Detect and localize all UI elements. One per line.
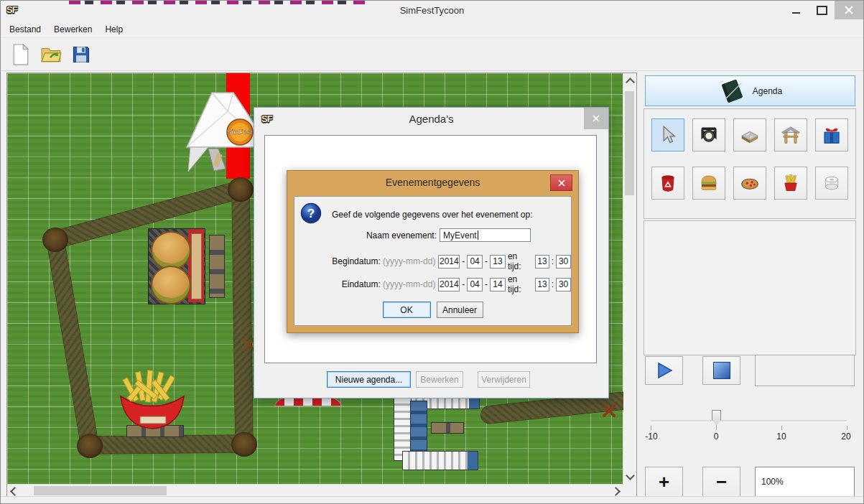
agendas-close-button[interactable] <box>584 108 608 129</box>
tool-fries-button[interactable] <box>774 167 807 200</box>
slider-label: -10 <box>645 431 657 442</box>
windmill-marker[interactable] <box>600 402 618 419</box>
notebook-icon <box>718 80 745 103</box>
speed-slider-thumb[interactable] <box>712 410 721 426</box>
slider-tick <box>847 426 847 430</box>
bench[interactable] <box>209 235 225 298</box>
close-button[interactable] <box>835 1 863 19</box>
agenda-button-label: Agenda <box>753 86 782 96</box>
app-window: SF SimFestTycoon Bestand Bewerken Help <box>0 0 864 504</box>
grandstand-cap <box>468 452 478 470</box>
item-list-panel[interactable] <box>644 220 856 355</box>
tent-logo-text: SimFest <box>227 129 252 136</box>
stop-button[interactable] <box>702 356 740 385</box>
tool-toilet-paper-button[interactable] <box>815 167 848 200</box>
vertical-scroll-thumb[interactable] <box>625 91 634 195</box>
side-panel: Agenda <box>642 73 859 498</box>
scroll-down-icon[interactable] <box>626 471 635 480</box>
tool-gate-button[interactable] <box>774 118 807 151</box>
fries-stand[interactable] <box>115 368 190 437</box>
vertical-scrollbar[interactable] <box>623 73 636 485</box>
save-button[interactable] <box>70 42 93 67</box>
event-dialog-body: ? Geef de volgende gegevens over het eve… <box>294 196 572 326</box>
toilet-paper-icon <box>821 172 842 194</box>
path-right-vertical[interactable] <box>231 190 254 445</box>
slider-label: 0 <box>714 431 719 442</box>
bench[interactable] <box>431 422 464 434</box>
svg-text:?: ? <box>307 207 315 220</box>
begin-month-input[interactable]: 04 <box>467 255 483 269</box>
question-icon: ? <box>300 202 322 224</box>
slider-tick <box>716 426 717 430</box>
grandstand-bottom <box>402 451 478 470</box>
menu-bewerken[interactable]: Bewerken <box>54 24 92 34</box>
tool-stage-button[interactable] <box>733 118 766 151</box>
scroll-left-icon[interactable] <box>10 487 19 496</box>
horizontal-scroll-thumb[interactable] <box>34 486 167 495</box>
path-left[interactable] <box>46 238 99 447</box>
event-name-value: MyEvent <box>443 230 477 241</box>
zoom-level-field[interactable]: 100% <box>755 467 855 497</box>
event-dialog-title: Evenementgegevens <box>287 177 578 188</box>
path-junction[interactable] <box>77 434 103 458</box>
end-year-input[interactable]: 2014 <box>438 278 460 291</box>
play-button[interactable] <box>645 356 683 385</box>
tool-pizza-button[interactable] <box>733 167 766 200</box>
event-close-button[interactable] <box>550 174 572 191</box>
date-separator: - <box>485 279 488 289</box>
grandstand[interactable] <box>394 393 488 474</box>
end-day-input[interactable]: 14 <box>490 278 506 291</box>
path-junction[interactable] <box>42 228 68 252</box>
delete-agenda-button[interactable]: Verwijderen <box>478 371 530 388</box>
zoom-in-button[interactable]: + <box>645 467 683 497</box>
end-minute-input[interactable]: 30 <box>556 278 571 291</box>
end-month-input[interactable]: 04 <box>467 278 483 291</box>
end-hour-input[interactable]: 13 <box>535 278 549 291</box>
tool-burger-button[interactable] <box>692 167 725 200</box>
open-folder-icon <box>40 45 62 65</box>
scroll-up-icon[interactable] <box>626 78 635 87</box>
horizontal-scrollbar[interactable] <box>7 484 623 497</box>
new-file-button[interactable] <box>9 42 32 67</box>
scroll-right-icon[interactable] <box>611 487 621 496</box>
cancel-button[interactable]: Annuleer <box>437 302 483 318</box>
minimize-button[interactable] <box>783 1 809 19</box>
begin-year-input[interactable]: 2014 <box>438 255 460 269</box>
path-junction[interactable] <box>231 432 257 457</box>
new-agenda-button[interactable]: Nieuwe agenda... <box>327 371 411 388</box>
gate-icon <box>780 124 802 146</box>
event-name-input[interactable]: MyEvent <box>440 228 531 242</box>
stage-icon <box>739 124 761 146</box>
speed-slider-track[interactable] <box>651 420 847 422</box>
slider-tick <box>781 426 782 430</box>
slider-tick <box>651 426 651 430</box>
tool-trashcan-button[interactable] <box>651 167 684 200</box>
agenda-button[interactable]: Agenda <box>645 75 855 106</box>
tool-gift-button[interactable] <box>815 118 848 151</box>
tool-spotlight-button[interactable] <box>692 118 725 151</box>
edit-agenda-button[interactable]: Bewerken <box>416 371 463 388</box>
burger-prop[interactable] <box>151 231 191 270</box>
agendas-dialog-titlebar[interactable]: SF Agenda's <box>254 108 608 131</box>
date-separator: - <box>485 256 488 266</box>
stop-icon <box>713 362 730 379</box>
menu-help[interactable]: Help <box>105 24 123 34</box>
begin-day-input[interactable]: 13 <box>490 255 506 269</box>
close-icon <box>593 115 600 122</box>
open-file-button[interactable] <box>40 42 62 67</box>
text-caret <box>478 230 478 240</box>
close-icon <box>845 6 853 14</box>
zoom-out-button[interactable]: − <box>702 467 740 497</box>
burger-prop[interactable] <box>151 266 191 304</box>
minus-icon: − <box>716 472 727 491</box>
time-prefix-label: en tijd: <box>508 251 533 271</box>
window-title: SimFestTycoon <box>1 5 863 16</box>
tool-cursor-button[interactable] <box>651 118 684 151</box>
path-junction[interactable] <box>228 177 254 202</box>
begin-hour-input[interactable]: 13 <box>535 255 549 269</box>
menu-bestand[interactable]: Bestand <box>9 24 41 34</box>
maximize-button[interactable] <box>809 1 835 19</box>
begin-minute-input[interactable]: 30 <box>556 255 571 269</box>
ok-button[interactable]: OK <box>383 302 431 318</box>
path-bottom[interactable] <box>88 434 246 454</box>
